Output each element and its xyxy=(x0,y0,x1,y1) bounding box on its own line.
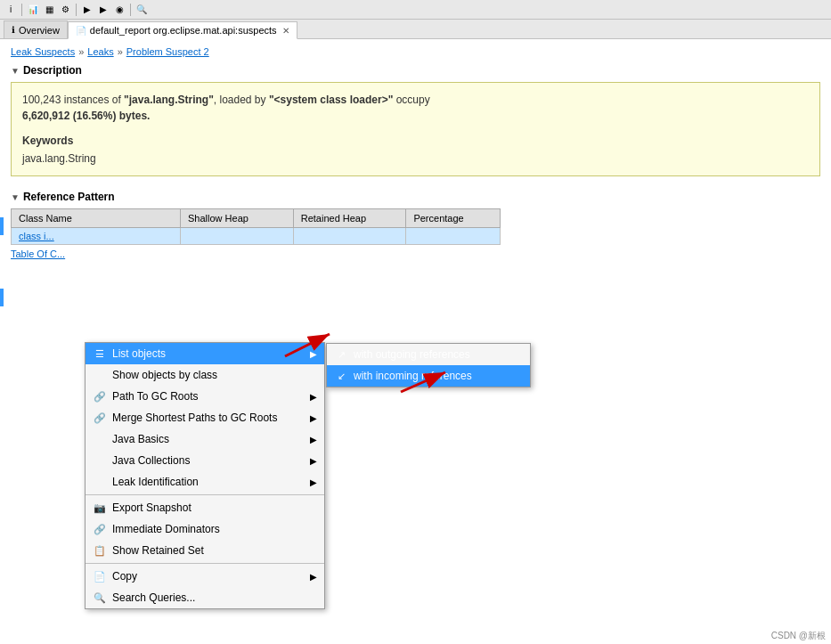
class-link[interactable]: class i... xyxy=(19,231,54,241)
menu-item-show-objects[interactable]: Show objects by class xyxy=(86,364,324,386)
menu-item-dominators-label: Immediate Dominators xyxy=(112,523,220,535)
main-content: Leak Suspects » Leaks » Problem Suspect … xyxy=(0,39,831,644)
sep3 xyxy=(130,4,131,16)
dot-icon[interactable]: ◉ xyxy=(112,3,126,17)
col-percentage: Percentage xyxy=(406,209,501,228)
ref-pattern-label: Reference Pattern xyxy=(23,191,115,203)
breadcrumb-problem-suspect[interactable]: Problem Suspect 2 xyxy=(126,46,209,57)
table-of-c-link[interactable]: Table Of C... xyxy=(11,249,65,259)
menu-sep1 xyxy=(86,494,324,495)
info-icon[interactable]: i xyxy=(4,3,18,17)
submenu-arrow-basics: ▶ xyxy=(310,435,317,444)
leak-id-icon xyxy=(93,475,107,489)
java-basics-icon xyxy=(93,432,107,446)
description-label: Description xyxy=(23,64,82,77)
submenu-arrow-leak: ▶ xyxy=(310,477,317,487)
tab-suspects[interactable]: 📄 default_report org.eclipse.mat.api:sus… xyxy=(68,21,297,39)
submenu-arrow-path: ▶ xyxy=(310,392,317,402)
tab-suspects-icon: 📄 xyxy=(76,26,86,36)
class-table: Class Name Shallow Heap Retained Heap Pe… xyxy=(11,208,501,245)
menu-item-merge-paths[interactable]: 🔗 Merge Shortest Paths to GC Roots ▶ xyxy=(86,407,324,428)
desc-memory-line: 6,620,912 (16.56%) bytes. xyxy=(22,110,150,122)
desc-keywords-label: Keywords xyxy=(22,133,809,149)
table-row[interactable]: class i... xyxy=(12,228,501,245)
menu-item-path-gc[interactable]: 🔗 Path To GC Roots ▶ xyxy=(86,386,324,407)
export-icon: 📷 xyxy=(93,501,107,515)
menu-item-merge-paths-label: Merge Shortest Paths to GC Roots xyxy=(112,412,277,424)
desc-keyword-value: java.lang.String xyxy=(22,151,809,167)
sep1 xyxy=(21,4,22,16)
merge-paths-icon: 🔗 xyxy=(93,411,107,425)
ref-pattern-header: ▼ Reference Pattern xyxy=(11,191,820,203)
tab-overview-icon: ℹ xyxy=(12,25,15,35)
left-edge-marker2 xyxy=(0,289,4,306)
submenu-incoming[interactable]: ↙ with incoming references xyxy=(327,365,530,387)
status-text: CSDN @新根 xyxy=(771,631,826,640)
col-retained-heap: Retained Heap xyxy=(293,209,406,228)
description-section-header: ▼ Description xyxy=(11,64,820,77)
breadcrumb-sep2: » xyxy=(118,46,123,57)
submenu-list-objects: ↗ with outgoing references ↙ with incomi… xyxy=(326,343,531,387)
retained-set-icon: 📋 xyxy=(93,543,107,558)
context-menu: ☰ List objects ▶ ↗ with outgoing referen… xyxy=(85,342,325,609)
cell-percentage xyxy=(406,228,501,245)
menu-sep2 xyxy=(86,563,324,564)
menu-item-copy[interactable]: 📄 Copy ▶ xyxy=(86,566,324,587)
menu-item-copy-label: Copy xyxy=(112,570,137,583)
reference-pattern-section: ▼ Reference Pattern Class Name Shallow H… xyxy=(11,191,820,260)
settings-icon[interactable]: ⚙ xyxy=(58,3,72,17)
breadcrumb-sep1: » xyxy=(78,46,84,57)
col-class-name: Class Name xyxy=(12,209,181,228)
heap-icon[interactable]: ▦ xyxy=(42,3,56,17)
menu-item-java-basics[interactable]: Java Basics ▶ xyxy=(86,428,324,450)
cell-shallow xyxy=(181,228,294,245)
desc-loader: "<system class loader>" xyxy=(269,94,393,106)
menu-item-list-objects[interactable]: ☰ List objects ▶ ↗ with outgoing referen… xyxy=(86,343,324,364)
menu-item-path-gc-label: Path To GC Roots xyxy=(112,390,199,403)
menu-item-java-collections[interactable]: Java Collections ▶ xyxy=(86,450,324,471)
search-queries-icon: 🔍 xyxy=(93,591,107,605)
run2-icon[interactable]: ▶ xyxy=(96,3,110,17)
tabbar: ℹ Overview 📄 default_report org.eclipse.… xyxy=(0,20,831,39)
col-shallow-heap: Shallow Heap xyxy=(181,209,294,228)
java-collections-icon xyxy=(93,453,107,468)
submenu-incoming-label: with incoming references xyxy=(354,370,472,382)
path-gc-icon: 🔗 xyxy=(93,389,107,404)
desc-keywords-section: Keywords java.lang.String xyxy=(22,133,809,167)
breadcrumb-leaks[interactable]: Leaks xyxy=(87,46,113,57)
breadcrumb: Leak Suspects » Leaks » Problem Suspect … xyxy=(11,46,820,57)
menu-item-retained-set-label: Show Retained Set xyxy=(112,544,204,557)
breadcrumb-leak-suspects[interactable]: Leak Suspects xyxy=(11,46,75,57)
left-edge-marker1 xyxy=(0,217,4,235)
incoming-icon: ↙ xyxy=(334,369,348,383)
triangle-icon: ▼ xyxy=(11,66,20,76)
menu-item-export[interactable]: 📷 Export Snapshot xyxy=(86,497,324,518)
submenu-arrow-copy: ▶ xyxy=(310,572,317,582)
menu-item-export-label: Export Snapshot xyxy=(112,501,191,514)
table-header-row: Class Name Shallow Heap Retained Heap Pe… xyxy=(12,209,501,228)
submenu-arrow-collections: ▶ xyxy=(310,456,317,466)
chart-icon[interactable]: 📊 xyxy=(26,3,40,17)
submenu-outgoing[interactable]: ↗ with outgoing references xyxy=(327,344,530,365)
menu-item-dominators[interactable]: 🔗 Immediate Dominators xyxy=(86,518,324,540)
tab-overview-label: Overview xyxy=(19,25,60,36)
list-objects-icon: ☰ xyxy=(93,346,107,361)
desc-text-middle: , loaded by xyxy=(214,94,269,106)
run-icon[interactable]: ▶ xyxy=(80,3,94,17)
copy-icon: 📄 xyxy=(93,569,107,583)
menu-item-search-label: Search Queries... xyxy=(112,591,195,604)
desc-text-before: 100,243 instances of xyxy=(22,94,124,106)
search-toolbar-icon[interactable]: 🔍 xyxy=(134,3,149,17)
menu-item-show-objects-label: Show objects by class xyxy=(112,369,217,381)
description-box: 100,243 instances of "java.lang.String",… xyxy=(11,82,820,176)
tab-overview[interactable]: ℹ Overview xyxy=(4,20,68,38)
menu-item-leak-id-label: Leak Identification xyxy=(112,476,199,488)
menu-item-search[interactable]: 🔍 Search Queries... xyxy=(86,587,324,608)
menu-item-java-collections-label: Java Collections xyxy=(112,454,190,467)
cell-retained xyxy=(293,228,406,245)
dominators-icon: 🔗 xyxy=(93,522,107,536)
outgoing-icon: ↗ xyxy=(334,347,348,362)
tab-close-button[interactable]: ✕ xyxy=(282,26,289,36)
menu-item-leak-id[interactable]: Leak Identification ▶ xyxy=(86,471,324,493)
menu-item-retained-set[interactable]: 📋 Show Retained Set xyxy=(86,540,324,561)
